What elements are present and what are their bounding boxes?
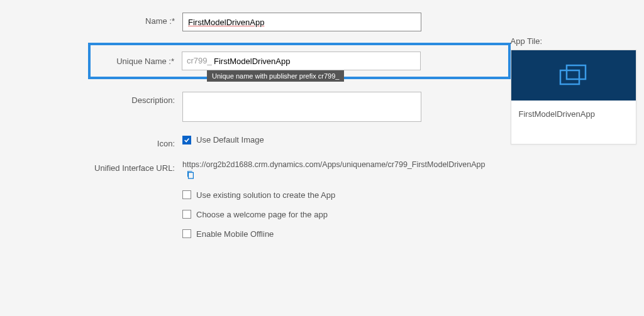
app-tile-title: FirstModelDrivenApp <box>511 101 636 144</box>
description-input[interactable] <box>182 92 421 122</box>
mobile-offline-row: Enable Mobile Offline <box>182 229 486 239</box>
description-row: Description: <box>13 92 486 124</box>
mobile-offline-checkbox[interactable] <box>182 229 191 238</box>
use-existing-row: Use existing solution to create the App <box>182 190 486 200</box>
welcome-page-label: Choose a welcome page for the app <box>196 210 328 219</box>
unique-name-input[interactable] <box>182 52 421 70</box>
description-label: Description: <box>13 92 182 105</box>
app-tile-icon <box>559 64 588 87</box>
svg-rect-1 <box>560 70 579 84</box>
use-default-image-label: Use Default Image <box>196 135 264 144</box>
welcome-page-row: Choose a welcome page for the app <box>182 210 486 219</box>
url-value: https://org2b2d1688.crm.dynamics.com/App… <box>182 160 486 169</box>
url-row: Unified Interface URL: https://org2b2d16… <box>13 160 486 179</box>
unique-name-prefix: cr799_ <box>187 56 212 65</box>
app-tile: FirstModelDrivenApp <box>511 50 636 144</box>
welcome-page-checkbox[interactable] <box>182 210 191 219</box>
app-tile-image <box>511 50 636 101</box>
unique-name-label: Unique Name :* <box>91 57 182 66</box>
icon-label: Icon: <box>13 135 182 148</box>
use-existing-checkbox[interactable] <box>182 190 191 199</box>
svg-rect-2 <box>567 65 586 79</box>
unique-name-highlight: Unique Name :* cr799_ Unique name with p… <box>88 43 511 79</box>
mobile-offline-label: Enable Mobile Offline <box>196 229 274 239</box>
use-existing-label: Use existing solution to create the App <box>196 190 335 200</box>
name-row: Name :* <box>13 13 486 31</box>
app-tile-label: App Tile: <box>511 36 636 46</box>
app-tile-column: App Tile: FirstModelDrivenApp <box>511 36 636 249</box>
use-default-image-checkbox[interactable] <box>182 136 191 144</box>
name-label: Name :* <box>13 13 182 26</box>
unique-name-tooltip: Unique name with publisher prefix cr799_ <box>207 70 344 82</box>
icon-row: Icon: Use Default Image <box>13 135 486 148</box>
url-label: Unified Interface URL: <box>13 160 182 173</box>
copy-icon[interactable] <box>186 170 195 179</box>
form-left-column: Name :* Unique Name :* cr799_ Unique nam… <box>13 13 486 249</box>
svg-rect-0 <box>189 172 194 178</box>
name-input[interactable] <box>182 13 421 31</box>
